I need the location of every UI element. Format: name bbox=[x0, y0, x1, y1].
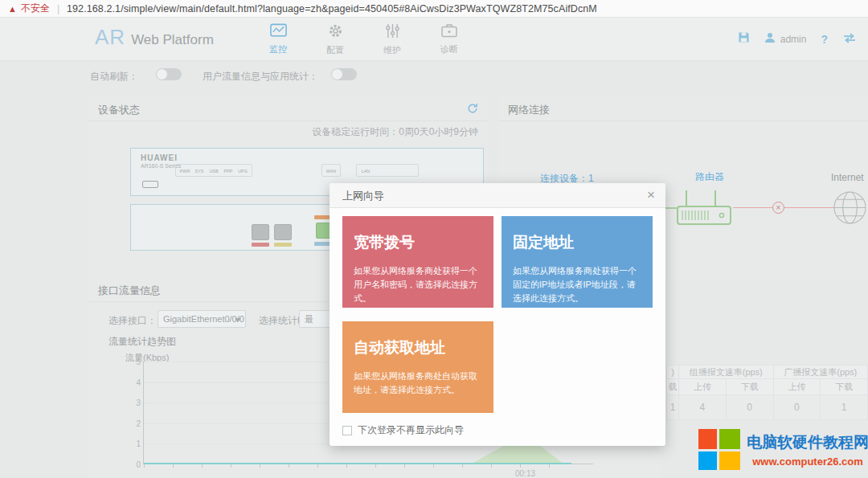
y-tick: 2 bbox=[129, 419, 141, 428]
broadcast-rate-header: 广播报文速率(pps) bbox=[773, 366, 868, 379]
y-tick: 4 bbox=[129, 378, 141, 387]
card-desc: 如果您从网络服务商处自动获取地址，请选择此连接方式。 bbox=[354, 370, 482, 397]
app-logo: ARWeb Platform bbox=[95, 25, 214, 50]
site-url: www.computer26.com bbox=[747, 456, 868, 468]
static-ip-card[interactable]: 固定地址 如果您从网络服务商处获得一个固定的IP地址或者IP地址段，请选择此连接… bbox=[502, 216, 653, 308]
nav-tab-diagnose[interactable]: 诊断 bbox=[432, 23, 467, 56]
select-interface-label: 选择接口： bbox=[108, 314, 157, 328]
clipped-subheader-cell: 载 bbox=[667, 379, 679, 395]
logo-square-yellow bbox=[719, 451, 740, 470]
logo-ar-text: AR bbox=[95, 25, 125, 49]
x-tick-time: 00:13 bbox=[515, 469, 535, 478]
dialog-body: 宽带拨号 如果您从网络服务商处获得一个用户名和密码，请选择此连接方式。 固定地址… bbox=[330, 208, 665, 437]
dont-show-checkbox[interactable] bbox=[342, 426, 352, 435]
traffic-stats-toggle[interactable] bbox=[331, 68, 357, 80]
url-divider: | bbox=[57, 3, 59, 14]
pppoe-dial-card[interactable]: 宽带拨号 如果您从网络服务商处获得一个用户名和密码，请选择此连接方式。 bbox=[342, 216, 493, 308]
card-title: 自动获取地址 bbox=[354, 337, 482, 358]
nav-tab-maintain[interactable]: 维护 bbox=[375, 23, 410, 56]
dialog-title: 上网向导 bbox=[342, 183, 384, 208]
trend-chart-title: 流量统计趋势图 bbox=[108, 335, 176, 349]
card-desc: 如果您从网络服务商处获得一个用户名和密码，请选择此连接方式。 bbox=[354, 264, 482, 305]
panel-title: 接口流量信息 bbox=[98, 284, 161, 298]
card-desc: 如果您从网络服务商处获得一个固定的IP地址或者IP地址段，请选择此连接方式。 bbox=[513, 264, 641, 305]
watermark-text: 电脑软硬件教程网 www.computer26.com bbox=[747, 432, 868, 468]
x-axis-ticks bbox=[144, 464, 571, 468]
time-range-value: 最 bbox=[305, 314, 313, 324]
nav-label: 诊断 bbox=[432, 43, 467, 55]
sliders-icon bbox=[385, 23, 400, 39]
logo-square-red bbox=[698, 429, 717, 449]
quick-settings-row: 自动刷新： 用户流量信息与应用统计： bbox=[0, 62, 868, 89]
help-icon[interactable]: ? bbox=[821, 33, 828, 46]
y-tick: 0 bbox=[129, 460, 141, 469]
auto-refresh-label: 自动刷新： bbox=[90, 70, 138, 84]
toggle-knob bbox=[332, 69, 342, 80]
browser-url-bar[interactable]: ▲ 不安全 | 192.168.2.1/simple/view/main/def… bbox=[0, 0, 868, 18]
save-config-icon[interactable] bbox=[738, 31, 750, 47]
status-led-group: PWR SYS USB PPP UPG bbox=[175, 164, 252, 177]
refresh-icon[interactable] bbox=[467, 103, 478, 117]
col-upload: 上传 bbox=[679, 379, 727, 395]
value-cell: 4 bbox=[679, 395, 727, 420]
url-text[interactable]: 192.168.2.1/simple/view/main/default.htm… bbox=[67, 3, 597, 14]
user-icon bbox=[764, 32, 776, 47]
card-title: 宽带拨号 bbox=[354, 232, 482, 253]
col-download: 下载 bbox=[821, 379, 868, 395]
internet-globe-icon bbox=[833, 190, 867, 228]
auto-refresh-toggle[interactable] bbox=[156, 68, 182, 80]
dont-show-again-row: 下次登录不再显示此向导 bbox=[342, 423, 653, 437]
current-user[interactable]: admin bbox=[764, 32, 807, 47]
disconnected-x-icon: × bbox=[772, 202, 784, 214]
panel-title: 设备状态 bbox=[98, 103, 140, 117]
dhcp-auto-card[interactable]: 自动获取地址 如果您从网络服务商处自动获取地址，请选择此连接方式。 bbox=[342, 321, 493, 413]
port-label-chip bbox=[274, 243, 292, 247]
lan-led-group: LAN bbox=[356, 164, 419, 177]
internet-label: Internet bbox=[831, 172, 864, 183]
username-label: admin bbox=[780, 34, 807, 45]
y-tick: 1 bbox=[129, 439, 141, 448]
app-header: ARWeb Platform 监控 配置 维护 bbox=[0, 18, 868, 61]
nav-tab-monitor[interactable]: 监控 bbox=[260, 23, 296, 56]
logo-platform-text: Web Platform bbox=[131, 32, 214, 47]
port-label-chip bbox=[252, 243, 269, 247]
router-icon bbox=[677, 190, 733, 230]
divider bbox=[88, 121, 488, 121]
value-cell: 0 bbox=[726, 395, 773, 420]
clipped-value-cell: 1 bbox=[667, 395, 679, 420]
traffic-stats-label: 用户流量信息与应用统计： bbox=[203, 70, 318, 84]
interface-select-value: GigabitEthernet0/0/0 bbox=[163, 314, 244, 324]
router-web-page: ARWeb Platform 监控 配置 维护 bbox=[0, 18, 868, 478]
nav-tab-config[interactable]: 配置 bbox=[317, 23, 353, 56]
site-name: 电脑软硬件教程网 bbox=[747, 432, 868, 453]
close-icon[interactable]: × bbox=[647, 183, 655, 206]
packet-rate-table: ) 组播报文速率(pps) 广播报文速率(pps) 载 上传 下载 上传 下载 … bbox=[666, 365, 868, 420]
logo-square-blue bbox=[698, 451, 717, 470]
multicast-rate-header: 组播报文速率(pps) bbox=[679, 366, 774, 379]
value-cell: 1 bbox=[821, 395, 868, 420]
site-watermark: 电脑软硬件教程网 www.computer26.com bbox=[698, 429, 868, 471]
col-download: 下载 bbox=[726, 379, 773, 395]
toolbox-icon bbox=[441, 23, 457, 39]
device-uptime: 设备稳定运行时间：0周0天0小时9分钟 bbox=[312, 125, 478, 139]
dialog-titlebar[interactable]: 上网向导 × bbox=[330, 183, 665, 208]
panel-title: 网络连接 bbox=[508, 103, 550, 117]
security-warning-label[interactable]: 不安全 bbox=[21, 2, 50, 15]
clipped-header-cell: ) bbox=[667, 366, 679, 379]
console-port-icon bbox=[252, 224, 269, 240]
col-upload: 上传 bbox=[773, 379, 821, 395]
usb-port-icon bbox=[142, 181, 158, 188]
divider bbox=[498, 121, 868, 121]
logo-square-green bbox=[719, 429, 740, 449]
interface-select[interactable]: GigabitEthernet0/0/0 bbox=[158, 310, 246, 328]
monitor-chart-icon bbox=[270, 23, 287, 39]
router-link[interactable]: 路由器 bbox=[695, 170, 724, 184]
wan-link-line bbox=[733, 207, 837, 208]
logout-swap-icon[interactable] bbox=[842, 32, 857, 47]
nav-label: 配置 bbox=[317, 44, 353, 56]
device-brand: HUAWEI bbox=[141, 153, 178, 162]
dont-show-label: 下次登录不再显示此向导 bbox=[358, 423, 464, 437]
y-tick: 5 bbox=[129, 357, 141, 366]
table-value-row: 1 4 0 0 1 bbox=[667, 395, 868, 420]
internet-wizard-dialog: 上网向导 × 宽带拨号 如果您从网络服务商处获得一个用户名和密码，请选择此连接方… bbox=[330, 183, 665, 446]
